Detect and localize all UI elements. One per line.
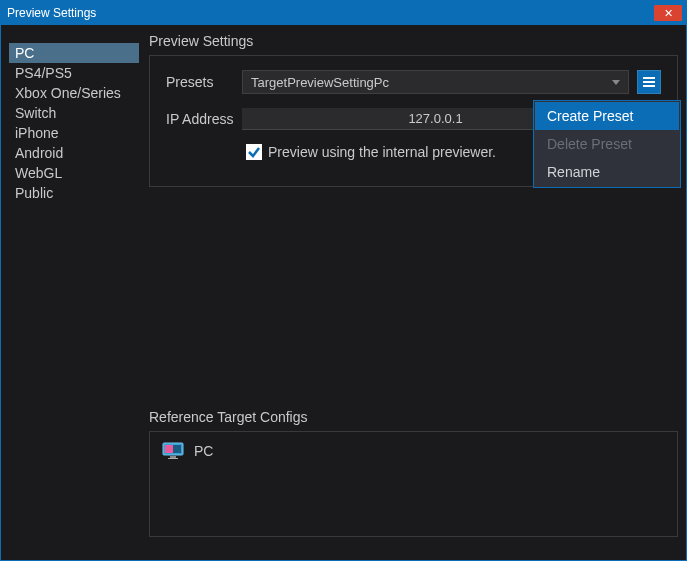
ip-value: 127.0.0.1	[408, 111, 462, 126]
sidebar-item-android[interactable]: Android	[9, 143, 139, 163]
ip-label: IP Address	[166, 111, 242, 127]
sidebar-item-pc[interactable]: PC	[9, 43, 139, 63]
close-icon: ✕	[664, 8, 673, 19]
sidebar: PCPS4/PS5Xbox One/SeriesSwitchiPhoneAndr…	[9, 33, 139, 552]
presets-row: Presets TargetPreviewSettingPc	[166, 70, 661, 94]
reference-config-item[interactable]: PC	[162, 442, 665, 460]
reference-configs-box: PC	[149, 431, 678, 537]
window-title: Preview Settings	[7, 6, 96, 20]
sidebar-item-iphone[interactable]: iPhone	[9, 123, 139, 143]
presets-menu-button[interactable]	[637, 70, 661, 94]
hamburger-icon	[641, 75, 657, 89]
svg-rect-0	[643, 77, 655, 79]
svg-rect-1	[643, 81, 655, 83]
checkmark-icon	[247, 145, 261, 159]
sidebar-item-xbox-one-series[interactable]: Xbox One/Series	[9, 83, 139, 103]
sidebar-item-switch[interactable]: Switch	[9, 103, 139, 123]
internal-previewer-checkbox[interactable]	[246, 144, 262, 160]
svg-rect-2	[643, 85, 655, 87]
menu-item-rename[interactable]: Rename	[535, 158, 679, 186]
reference-configs-title: Reference Target Configs	[149, 409, 678, 425]
sidebar-item-webgl[interactable]: WebGL	[9, 163, 139, 183]
sidebar-item-ps4-ps5[interactable]: PS4/PS5	[9, 63, 139, 83]
svg-rect-5	[165, 445, 173, 453]
presets-value: TargetPreviewSettingPc	[251, 75, 389, 90]
svg-rect-6	[170, 456, 176, 458]
presets-dropdown[interactable]: TargetPreviewSettingPc	[242, 70, 629, 94]
internal-previewer-label: Preview using the internal previewer.	[268, 144, 496, 160]
presets-label: Presets	[166, 74, 242, 90]
sidebar-item-public[interactable]: Public	[9, 183, 139, 203]
close-button[interactable]: ✕	[654, 5, 682, 21]
svg-rect-7	[168, 458, 178, 459]
menu-item-create-preset[interactable]: Create Preset	[535, 102, 679, 130]
reference-config-label: PC	[194, 443, 213, 459]
menu-item-delete-preset: Delete Preset	[535, 130, 679, 158]
monitor-icon	[162, 442, 184, 460]
chevron-down-icon	[612, 80, 620, 85]
window: Preview Settings ✕ PCPS4/PS5Xbox One/Ser…	[0, 0, 687, 561]
presets-context-menu: Create PresetDelete PresetRename	[533, 100, 681, 188]
titlebar: Preview Settings ✕	[1, 1, 686, 25]
main-title: Preview Settings	[149, 33, 678, 49]
